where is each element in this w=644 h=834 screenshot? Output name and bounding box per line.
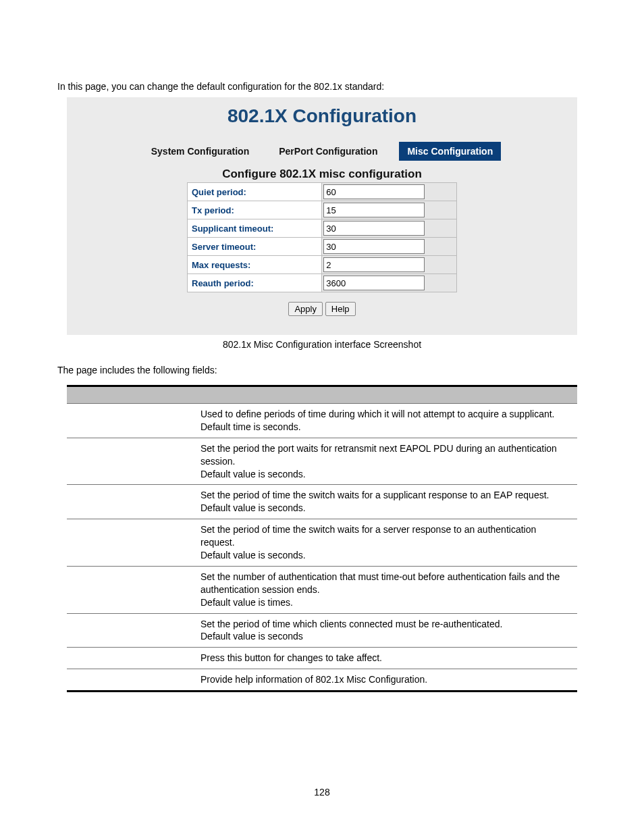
tab-system-configuration[interactable]: System Configuration	[143, 142, 257, 161]
tx-period-label: Tx period:	[188, 201, 322, 219]
desc-row-object	[67, 485, 195, 519]
server-timeout-input[interactable]	[323, 239, 425, 254]
apply-button[interactable]: Apply	[288, 302, 323, 316]
desc-row-object	[67, 566, 195, 613]
desc-row-object	[67, 404, 195, 438]
tab-misc-configuration[interactable]: Misc Configuration	[399, 142, 501, 161]
desc-row-text: Set the period of time the switch waits …	[195, 485, 577, 519]
panel-title: 802.1X Configuration	[67, 105, 577, 127]
quiet-period-input[interactable]	[323, 184, 425, 199]
desc-row-text: Provide help information of 802.1x Misc …	[195, 669, 577, 692]
tx-period-input[interactable]	[323, 203, 425, 217]
fields-intro: The page includes the following fields:	[57, 365, 587, 375]
intro-text: In this page, you can change the default…	[57, 81, 587, 92]
desc-row-text: Used to define periods of time during wh…	[195, 404, 577, 438]
screenshot-panel: 802.1X Configuration System Configuratio…	[67, 97, 577, 335]
screenshot-caption: 802.1x Misc Configuration interface Scre…	[57, 339, 587, 350]
desc-row-text: Set the period of time which clients con…	[195, 613, 577, 648]
help-button[interactable]: Help	[325, 302, 356, 316]
desc-row-object	[67, 613, 195, 648]
form-subheading: Configure 802.1X misc configuration	[67, 167, 577, 181]
tab-bar: System Configuration PerPort Configurati…	[67, 142, 577, 161]
button-row: Apply Help	[67, 302, 577, 316]
desc-row-object	[67, 438, 195, 485]
desc-row-text: Press this button for changes to take af…	[195, 648, 577, 669]
field-description-table: Used to define periods of time during wh…	[67, 385, 577, 692]
desc-row-text: Set the period the port waits for retran…	[195, 438, 577, 485]
server-timeout-label: Server timeout:	[188, 238, 322, 256]
quiet-period-label: Quiet period:	[188, 183, 322, 201]
reauth-period-label: Reauth period:	[188, 274, 322, 292]
max-requests-input[interactable]	[323, 257, 425, 272]
page-number: 128	[57, 787, 587, 798]
tab-perport-configuration[interactable]: PerPort Configuration	[271, 142, 385, 161]
desc-row-text: Set the period of time the switch waits …	[195, 519, 577, 567]
reauth-period-input[interactable]	[323, 276, 425, 290]
desc-row-object	[67, 669, 195, 692]
desc-row-object	[67, 648, 195, 669]
desc-header-description	[195, 386, 577, 404]
max-requests-label: Max requests:	[188, 256, 322, 274]
supplicant-timeout-label: Supplicant timeout:	[188, 219, 322, 238]
config-form-table: Quiet period: Tx period: Supplicant time…	[187, 182, 457, 292]
desc-row-object	[67, 519, 195, 567]
desc-header-object	[67, 386, 195, 404]
supplicant-timeout-input[interactable]	[323, 221, 425, 236]
desc-row-text: Set the number of authentication that mu…	[195, 566, 577, 613]
